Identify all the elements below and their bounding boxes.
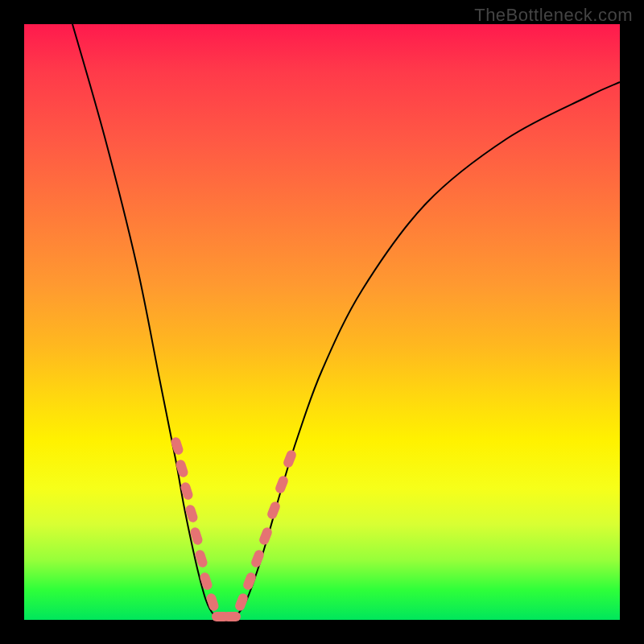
curve-marker [233,592,249,613]
curve-svg [24,24,620,620]
chart-frame: TheBottleneck.com [0,0,644,644]
curve-marker [266,501,281,521]
curve-marker [258,526,273,547]
curve-marker [242,572,257,592]
plot-area [24,24,620,620]
watermark-text: TheBottleneck.com [474,5,633,26]
curve-marker [282,449,297,469]
bottleneck-curve [72,24,620,620]
curve-marker [223,612,241,621]
curve-marker [274,475,289,495]
